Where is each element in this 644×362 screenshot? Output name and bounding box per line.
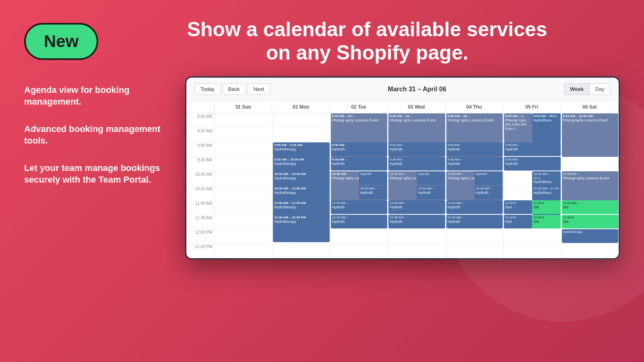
day-col-sun — [215, 113, 272, 258]
slot-sun-1100[interactable] — [215, 200, 272, 215]
slot-tue-1130[interactable]: 11:30 AM – Hydroth — [330, 215, 388, 229]
slot-sun-1200[interactable] — [215, 229, 272, 244]
slot-tue-1000[interactable]: 10:00 AM – Photogr aphy Lessons Event Hy… — [330, 171, 388, 186]
slot-wed-930[interactable]: 9:30 AM – Hydroth — [388, 157, 445, 171]
event-fri-hydro-930[interactable]: 9:30 AM – Hydroth — [504, 157, 560, 171]
slot-sat-1200[interactable]: Hydrotherapy — [561, 229, 619, 244]
next-button[interactable]: Next — [248, 83, 270, 95]
slot-tue-900[interactable]: 9:00 AM – Hydroth — [330, 142, 388, 157]
event-tue-hydro-1100[interactable]: 11:00 AM – Hydroth — [331, 200, 387, 214]
event-fri-glo-1130[interactable]: 11:30 A Glo — [532, 215, 560, 228]
event-thu-hydro-1100[interactable]: 11:00 AM – Hydroth — [446, 200, 503, 214]
day-header-1: 01 Mon — [272, 101, 330, 113]
event-fri-photo-800[interactable]: 8:00 AM – 1... Photogr ogra phy Less ons… — [504, 113, 532, 142]
event-fri-hydro-1130[interactable]: 11:30 A Hyd — [504, 215, 532, 228]
event-sat-photo-1000[interactable]: 10:00 AM – Photogr aphy Lessons Event — [562, 171, 618, 200]
event-wed-hydro-1000[interactable]: Hydroth — [417, 171, 445, 185]
slot-mon-830[interactable] — [272, 128, 330, 142]
slot-sat-930[interactable] — [561, 157, 619, 171]
event-sat-glo-1130[interactable]: 11:30 A Glo — [562, 215, 618, 228]
back-button[interactable]: Back — [222, 83, 246, 95]
slot-sat-1100[interactable]: 11:00 AM – Glo — [561, 200, 619, 215]
slot-fri-1200[interactable] — [504, 229, 561, 244]
slot-sat-1130[interactable]: 11:30 A Glo — [561, 215, 619, 229]
event-wed-hydro-1030[interactable]: 10:30 AM – Hydroth — [417, 186, 445, 200]
slot-mon-800[interactable] — [272, 113, 330, 128]
slot-thu-1230[interactable] — [446, 244, 503, 258]
slot-fri-1030[interactable]: 10:30 AM – 11:00 Hydrothera — [504, 186, 561, 200]
slot-fri-930[interactable]: 9:30 AM – Hydroth — [504, 157, 561, 171]
day-header-3: 03 Wed — [388, 101, 445, 113]
event-thu-hydro-900[interactable]: 9:00 AM – Hydroth — [446, 142, 503, 156]
slot-thu-930[interactable]: 9:30 AM – Hydroth — [446, 157, 503, 171]
event-wed-hydro-1100[interactable]: 11:00 AM – Hydroth — [388, 200, 445, 214]
slot-mon-900[interactable]: 9:00 AM – 9:30 AM Hydrotherapy — [272, 142, 330, 157]
slot-wed-1200[interactable] — [388, 229, 445, 244]
slot-tue-930[interactable]: 9:30 AM – Hydroth — [330, 157, 388, 171]
slot-fri-1000[interactable]: 10:00 AM – 10:3... Hydrothera — [504, 171, 561, 186]
slot-thu-800[interactable]: 8:00 AM – 10... Photogr aphy Lessons Eve… — [446, 113, 503, 128]
slot-thu-1000[interactable]: 10:00 AM – Photogr aphy Lessons Event Hy… — [446, 171, 503, 186]
slot-fri-1100[interactable]: 11:00 A Hyd 11:00 A Glo — [504, 200, 561, 215]
event-sat-glo-1100[interactable]: 11:00 AM – Glo — [562, 200, 618, 214]
time-1100: 11:00 AM — [186, 200, 215, 215]
slot-fri-800[interactable]: 8:00 AM – 1... Photogr ogra phy Less ons… — [504, 113, 561, 128]
day-view-button[interactable]: Day — [590, 83, 611, 95]
event-mon-hydro-1130[interactable]: 11:30 AM – 12:00 PM Hydrotherapy — [273, 215, 329, 242]
event-thu-hydro-1030[interactable]: 10:30 AM – Hydroth — [475, 186, 503, 200]
slot-tue-1200[interactable] — [330, 229, 388, 244]
event-wed-hydro-930[interactable]: 9:30 AM – Hydroth — [388, 157, 445, 171]
event-wed-hydro-1130[interactable]: 11:30 AM – Hydroth — [388, 215, 445, 228]
event-thu-hydro-1130[interactable]: 11:30 AM – Hydroth — [446, 215, 503, 228]
slot-fri-1230[interactable] — [504, 244, 561, 258]
slot-fri-900[interactable]: 9:00 AM – Hydroth — [504, 142, 561, 157]
slot-tue-800[interactable]: 8:00 AM – 10:... Photogr aphy Lessons Ev… — [330, 113, 388, 128]
slot-sun-930[interactable] — [215, 157, 272, 171]
slot-tue-1230[interactable] — [330, 244, 388, 258]
event-wed-hydro-900[interactable]: 9:00 AM – Hydroth — [388, 142, 445, 156]
slot-mon-1030[interactable]: 10:30 AM – 11:00 AM Hydrotherapy — [272, 186, 330, 200]
slot-sun-900[interactable] — [215, 142, 272, 157]
event-thu-hydro-930[interactable]: 9:30 AM – Hydroth — [446, 157, 503, 171]
event-tue-hydro-1000[interactable]: Hydroth — [359, 171, 387, 185]
slot-mon-1230[interactable] — [272, 244, 330, 258]
slot-sat-1230[interactable] — [561, 244, 619, 258]
slot-sun-1000[interactable] — [215, 171, 272, 186]
slot-sun-800[interactable] — [215, 113, 272, 128]
event-fri-hydro-900[interactable]: 9:00 AM – Hydroth — [504, 142, 560, 156]
event-fri-glo-1100[interactable]: 11:00 A Glo — [532, 200, 560, 214]
slot-wed-1230[interactable] — [388, 244, 445, 258]
slot-sat-1000[interactable]: 10:00 AM – Photogr aphy Lessons Event — [561, 171, 619, 186]
event-sat-photo-800[interactable]: 8:00 AM – 10:00 AM Photography Lessons E… — [562, 113, 618, 157]
event-thu-hydro-1000[interactable]: Hydroth — [475, 171, 503, 185]
event-tue-hydro-900[interactable]: 9:00 AM – Hydroth — [331, 142, 387, 156]
event-tue-hydro-1130[interactable]: 11:30 AM – Hydroth — [331, 215, 387, 228]
slot-thu-1100[interactable]: 11:00 AM – Hydroth — [446, 200, 503, 215]
slot-wed-1000[interactable]: 10:00 AM – Photogr aphy Lessons Event Hy… — [388, 171, 445, 186]
slot-sat-800[interactable]: 8:00 AM – 10:00 AM Photography Lessons E… — [561, 113, 619, 128]
slot-wed-900[interactable]: 9:00 AM – Hydroth — [388, 142, 445, 157]
slot-mon-930[interactable]: 9:30 AM – 10:00 AM Hydrotherapy — [272, 157, 330, 171]
slot-wed-1130[interactable]: 11:30 AM – Hydroth — [388, 215, 445, 229]
today-button[interactable]: Today — [194, 83, 221, 95]
event-fri-hydro-1100a[interactable]: 11:00 A Hyd — [504, 200, 532, 214]
slot-mon-1000[interactable]: 10:00 AM – 10:30 AM Hydrotherapy — [272, 171, 330, 186]
slot-mon-1130[interactable]: 11:30 AM – 12:00 PM Hydrotherapy — [272, 215, 330, 229]
slot-wed-800[interactable]: 8:00 AM – 10... Photogr aphy Lessons Eve… — [388, 113, 445, 128]
slot-mon-1100[interactable]: 11:00 AM – 11:30 AM Hydrotherapy — [272, 200, 330, 215]
slot-thu-1200[interactable] — [446, 229, 503, 244]
week-view-button[interactable]: Week — [564, 83, 590, 95]
slot-thu-900[interactable]: 9:00 AM – Hydroth — [446, 142, 503, 157]
slot-fri-1130[interactable]: 11:30 A Hyd 11:30 A Glo — [504, 215, 561, 229]
slot-wed-1100[interactable]: 11:00 AM – Hydroth — [388, 200, 445, 215]
slot-sun-1130[interactable] — [215, 215, 272, 229]
event-fri-hydro-800[interactable]: 8:00 AM – 10:3... Hydrothera — [532, 113, 560, 142]
slot-sun-830[interactable] — [215, 128, 272, 142]
slot-sun-1030[interactable] — [215, 186, 272, 200]
slot-tue-1100[interactable]: 11:00 AM – Hydroth — [330, 200, 388, 215]
event-sat-hydro-1200[interactable]: Hydrotherapy — [562, 229, 618, 243]
event-tue-hydro-1030[interactable]: 10:30 AM – Hydroth — [359, 186, 387, 200]
event-tue-hydro-930[interactable]: 9:30 AM – Hydroth — [331, 157, 387, 171]
slot-sun-1230[interactable] — [215, 244, 272, 258]
slot-thu-1130[interactable]: 11:30 AM – Hydroth — [446, 215, 503, 229]
